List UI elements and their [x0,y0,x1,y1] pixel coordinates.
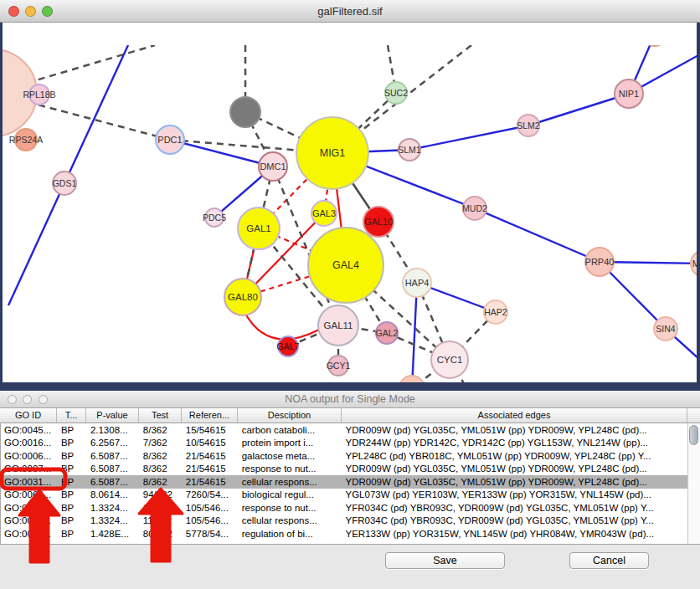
column-header-desciption[interactable]: Desciption [238,408,342,423]
table-row[interactable]: GO:0031...BP1.3324...11/362105/546...cel… [1,515,687,528]
table-cell[interactable]: GO:0007... [1,464,58,474]
table-cell[interactable]: biological regul... [239,489,342,499]
node-label: SLM2 [517,120,540,131]
table-cell[interactable]: 1.3324... [87,503,140,513]
table-cell[interactable]: YER133W (pp) YOR315W, YNL145W (pd) YHR08… [342,529,687,539]
table-cell[interactable]: YDR009W (pd) YGL035C, YML051W (pp) YDR00… [342,425,687,435]
table-cell[interactable]: BP [58,438,87,448]
column-header-test[interactable]: Test [139,408,182,423]
table-cell[interactable]: YPL248C (pd) YBR018C, YML051W (pp) YDR00… [342,451,687,461]
column-header-associated-edges[interactable]: Associated edges [342,408,687,423]
table-cell[interactable]: BP [58,477,87,487]
table-cell[interactable]: response to nut... [239,464,342,474]
table-cell[interactable]: YGL073W (pd) YER103W, YER133W (pp) YOR31… [342,489,687,499]
table-cell[interactable]: BP [58,489,87,499]
table-cell[interactable]: 1.3324... [87,515,140,525]
table-cell[interactable]: 8/362 [140,477,183,487]
table-cell[interactable]: GO:0050... [1,529,58,539]
table-cell[interactable]: 6.5087... [87,477,140,487]
table-cell[interactable]: 6.5087... [87,464,140,474]
node-tr1[interactable] [643,45,667,46]
table-cell[interactable]: regulation of bi... [239,529,342,539]
table-cell[interactable]: 15/54615 [183,425,239,435]
table-cell[interactable]: GO:0065... [1,489,58,499]
table-row[interactable]: GO:0045...BP2.1308...8/36215/54615carbon… [1,423,687,437]
table-cell[interactable]: 21/54615 [183,451,239,461]
table-cell[interactable]: 11/362 [140,515,183,525]
table-cell[interactable]: 80/362 [140,529,183,539]
table-cell[interactable]: BP [58,425,87,435]
table-cell[interactable]: GO:0016... [1,438,58,448]
table-cell[interactable]: YFR034C (pd) YBR093C, YDR009W (pd) YGL03… [342,515,687,525]
table-cell[interactable]: BP [58,451,87,461]
node-label: GAL80 [228,292,258,302]
node-gray1[interactable] [230,97,260,127]
table-cell[interactable]: 8/362 [140,425,183,435]
network-canvas[interactable]: RPL18BRPS24AGDS1PDC1DMC1MIG1SUC2SLM1SLM2… [0,23,700,382]
scrollbar-thumb[interactable] [689,425,698,445]
node-label: SUC2 [384,88,408,98]
table-cell[interactable]: galactose meta... [239,451,342,461]
table-cell[interactable]: 1.428E... [87,529,140,539]
node-label: RPS24A [9,135,43,145]
node-label: SLM1 [398,145,421,155]
table-cell[interactable]: 7260/54... [183,489,239,499]
table-cell[interactable]: cellular respons... [239,515,342,525]
table-cell[interactable]: carbon cataboli... [239,425,342,435]
noa-output-window: NOA output for Single Mode GO IDT...P-va… [0,391,700,589]
cancel-button[interactable]: Cancel [569,552,649,569]
save-button[interactable]: Save [385,552,505,569]
table-row[interactable]: GO:0050...BP1.428E...80/3625778/54...reg… [1,527,687,540]
graph-window-titlebar[interactable]: galFiltered.sif [0,0,700,23]
table-row[interactable]: GO:0006...BP6.5087...8/36221/54615galact… [1,449,687,463]
table-cell[interactable]: cellular respons... [239,477,342,487]
edge [8,183,64,305]
table-cell[interactable]: BP [58,515,87,525]
table-row[interactable]: GO:0007...BP6.5087...8/36221/54615respon… [1,463,687,476]
table-cell[interactable]: response to nut... [239,503,342,513]
table-cell[interactable]: 6.2567... [87,438,140,448]
column-header-t-[interactable]: T... [57,408,86,423]
table-cell[interactable]: 105/546... [183,503,239,513]
table-cell[interactable]: GO:0045... [1,425,58,435]
table-cell[interactable]: YDR009W (pd) YGL035C, YML051W (pp) YDR00… [342,464,687,474]
table-cell[interactable]: 21/54615 [183,477,239,487]
node-hap3[interactable] [399,376,425,382]
table-cell[interactable]: 11/362 [140,503,183,513]
results-table-header[interactable]: GO IDT...P-valueTestReferen...Desciption… [0,408,700,423]
table-cell[interactable]: GO:0031... [1,477,58,487]
table-cell[interactable]: BP [58,464,87,474]
table-cell[interactable]: BP [58,503,87,513]
table-row[interactable]: GO:0016...BP6.2567...7/36210/54615protei… [1,437,687,450]
table-row[interactable]: GO:0065...BP8.0614...94/3627260/54...bio… [1,489,687,502]
column-header-referen-[interactable]: Referen... [182,408,238,423]
table-cell[interactable]: 8/362 [140,451,183,461]
node-label: GAL4 [332,259,359,271]
table-cell[interactable]: 105/546... [183,515,239,525]
table-cell[interactable]: 21/54615 [183,464,239,474]
table-cell[interactable]: YFR034C (pd) YBR093C, YDR009W (pd) YGL03… [342,503,687,513]
table-cell[interactable]: 5778/54... [183,529,239,539]
table-cell[interactable]: YDR009W (pd) YGL035C, YML051W (pp) YDR00… [342,477,687,487]
table-cell[interactable]: YDR244W (pp) YDR142C, YDR142C (pp) YGL15… [342,438,687,448]
table-cell[interactable]: 8.0614... [87,489,140,499]
noa-window-titlebar[interactable]: NOA output for Single Mode [0,391,700,408]
column-header-p-value[interactable]: P-value [86,408,139,423]
table-cell[interactable]: GO:0031... [1,503,58,513]
node-label: HAP2 [484,307,507,317]
table-cell[interactable]: 6.5087... [87,451,140,461]
table-cell[interactable]: GO:0006... [1,451,58,461]
table-cell[interactable]: BP [58,529,87,539]
table-row[interactable]: GO:0031...BP1.3324...11/362105/546...res… [1,501,687,515]
table-cell[interactable]: 10/54615 [183,438,239,448]
table-row[interactable]: GO:0031...BP6.5087...8/36221/54615cellul… [1,475,687,489]
table-cell[interactable]: 7/362 [140,438,183,448]
table-cell[interactable]: 94/362 [140,489,183,499]
table-cell[interactable]: protein import i... [239,438,342,448]
column-header-go-id[interactable]: GO ID [0,408,57,423]
table-cell[interactable]: 8/362 [140,464,183,474]
vertical-scrollbar[interactable] [687,423,700,544]
node-label: MIG1 [320,147,346,159]
table-cell[interactable]: 2.1308... [87,425,140,435]
table-cell[interactable]: GO:0031... [1,515,58,525]
